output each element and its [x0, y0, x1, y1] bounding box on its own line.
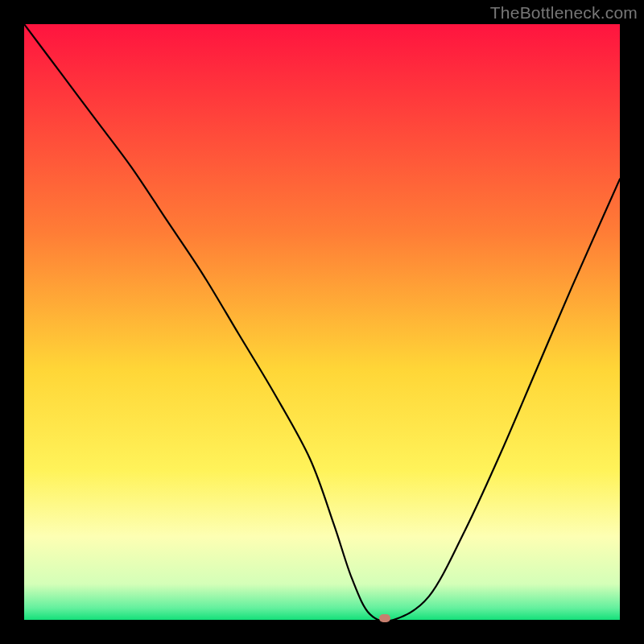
- bottleneck-curve: [24, 24, 620, 620]
- plot-area: [24, 24, 620, 620]
- curve-layer: [24, 24, 620, 620]
- chart-frame: TheBottleneck.com: [0, 0, 644, 644]
- optimal-marker: [379, 614, 390, 622]
- watermark-text: TheBottleneck.com: [490, 3, 638, 23]
